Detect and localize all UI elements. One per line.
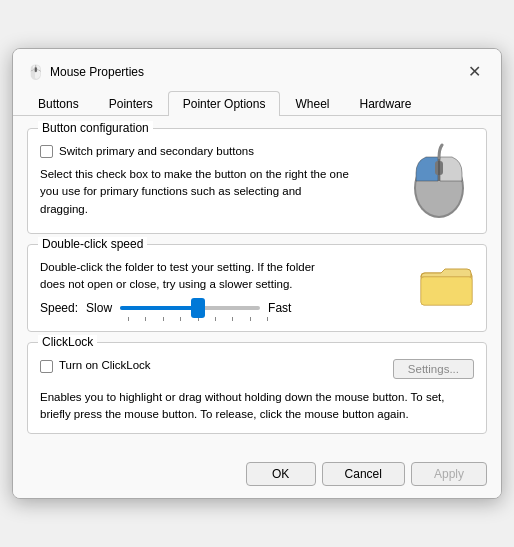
tab-buttons[interactable]: Buttons — [23, 91, 94, 116]
title-bar: 🖱️ Mouse Properties ✕ — [13, 49, 501, 85]
double-click-section: Double-click speed Double-click the fold… — [27, 244, 487, 333]
ok-button[interactable]: OK — [246, 462, 316, 486]
content-area: Button configuration Switch primary and … — [13, 116, 501, 454]
cancel-button[interactable]: Cancel — [322, 462, 405, 486]
switch-buttons-checkbox[interactable] — [40, 145, 53, 158]
clicklock-section: ClickLock Turn on ClickLock Settings... … — [27, 342, 487, 434]
tab-hardware[interactable]: Hardware — [344, 91, 426, 116]
mouse-illustration — [404, 143, 474, 223]
mouse-properties-window: 🖱️ Mouse Properties ✕ Buttons Pointers P… — [12, 48, 502, 499]
slow-label: Slow — [86, 301, 112, 315]
svg-rect-5 — [421, 277, 472, 305]
tab-pointer-options[interactable]: Pointer Options — [168, 91, 281, 116]
clicklock-label: Turn on ClickLock — [59, 357, 151, 374]
tab-bar: Buttons Pointers Pointer Options Wheel H… — [13, 85, 501, 116]
folder-illustration[interactable] — [419, 259, 474, 309]
button-config-title: Button configuration — [38, 121, 153, 135]
double-click-description: Double-click the folder to test your set… — [40, 259, 340, 294]
switch-buttons-label: Switch primary and secondary buttons — [59, 143, 254, 160]
footer: OK Cancel Apply — [13, 454, 501, 498]
clicklock-checkbox-row: Turn on ClickLock — [40, 357, 151, 374]
button-config-section: Button configuration Switch primary and … — [27, 128, 487, 234]
mouse-icon: 🖱️ — [27, 64, 43, 80]
apply-button[interactable]: Apply — [411, 462, 487, 486]
close-button[interactable]: ✕ — [461, 59, 487, 85]
button-config-description: Select this check box to make the button… — [40, 166, 350, 218]
window-title: Mouse Properties — [50, 65, 144, 79]
clicklock-description: Enables you to highlight or drag without… — [40, 389, 474, 424]
double-click-title: Double-click speed — [38, 237, 147, 251]
clicklock-checkbox[interactable] — [40, 360, 53, 373]
mouse-svg — [404, 143, 474, 223]
title-bar-left: 🖱️ Mouse Properties — [27, 64, 144, 80]
slider-thumb[interactable] — [191, 298, 205, 318]
folder-svg — [419, 259, 474, 309]
fast-label: Fast — [268, 301, 291, 315]
clicklock-title: ClickLock — [38, 335, 97, 349]
switch-buttons-row: Switch primary and secondary buttons — [40, 143, 350, 160]
speed-label: Speed: — [40, 301, 78, 315]
tab-pointers[interactable]: Pointers — [94, 91, 168, 116]
tab-wheel[interactable]: Wheel — [280, 91, 344, 116]
speed-slider[interactable] — [120, 306, 260, 310]
settings-button[interactable]: Settings... — [393, 359, 474, 379]
